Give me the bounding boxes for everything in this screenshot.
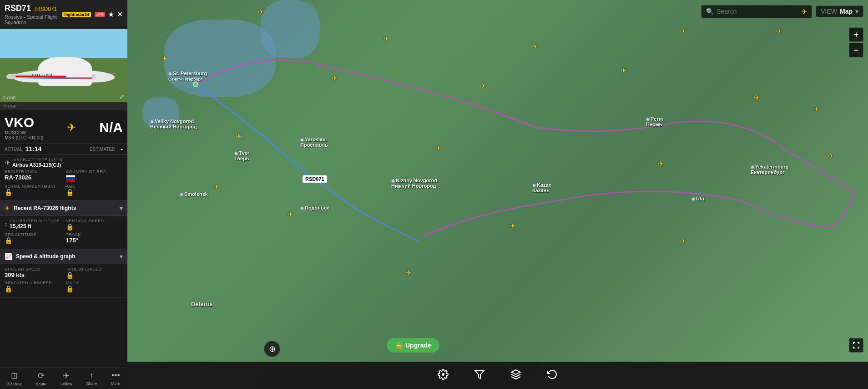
map-plane-20[interactable]: ✈ <box>213 182 219 191</box>
aircraft-type-value: Airbus A319-115(CJ) <box>12 162 62 168</box>
toolbar-layers[interactable] <box>505 369 527 382</box>
header-right: flightradar24 LIVE ★ ✕ <box>62 10 123 19</box>
city-novgorod: Veliky NovgorodВеликий Новгород <box>150 118 197 129</box>
zoom-in-button[interactable]: + <box>849 27 863 42</box>
map-plane-9[interactable]: ✈ <box>236 132 242 140</box>
aircraft-photo: РОССИЯ © OSP ⤢ <box>0 29 127 102</box>
map-plane-19[interactable]: ✈ <box>161 54 167 63</box>
airline-logo-bar: © OSP <box>0 102 127 110</box>
cal-alt-value: 15,425 ft <box>10 223 60 230</box>
registration-label: REGISTRATION <box>5 169 61 174</box>
gs-label: GROUND SPEED <box>5 267 61 271</box>
search-box[interactable]: 🔍 ✈ <box>701 5 812 18</box>
tas-col: TRUE AIRSPEED 🔒 <box>66 267 123 279</box>
toolbar-settings[interactable] <box>432 369 454 382</box>
svg-point-1 <box>442 373 444 376</box>
vert-speed-value: 🔒 <box>66 223 123 230</box>
nav-route[interactable]: ⟳ Route <box>35 371 46 386</box>
map-container[interactable]: St. PetersburgСанкт-Петербург Veliky Nov… <box>127 0 868 389</box>
nav-follow-label: Follow <box>61 382 72 386</box>
recent-flights-header[interactable]: ✈ Recent RA-73026 flights ▾ <box>0 201 127 216</box>
map-plane-5[interactable]: ✈ <box>332 73 338 82</box>
ias-label: INDICATED AIRSPEED <box>5 281 61 285</box>
filter-icon <box>474 369 485 382</box>
nav-3d-icon: ⊡ <box>11 371 18 381</box>
speed-graph-icon: 📈 <box>5 253 12 260</box>
map-plane-2[interactable]: ✈ <box>532 42 538 51</box>
recent-flights-title: Recent RA-73026 flights <box>14 205 116 211</box>
map-plane-13[interactable]: ✈ <box>288 210 293 218</box>
map-plane-8[interactable]: ✈ <box>754 93 760 102</box>
flight-data-section: ↕ CALIBRATED ALTITUDE 15,425 ft VERTICAL… <box>0 216 127 249</box>
toolbar-replay[interactable] <box>541 369 564 382</box>
fullscreen-button[interactable] <box>849 338 863 353</box>
nav-follow-icon: ✈ <box>63 371 70 381</box>
country-flag <box>66 174 123 182</box>
map-plane-6[interactable]: ✈ <box>480 81 486 90</box>
osp-label: © OSP <box>4 104 16 108</box>
nav-more-label: More <box>111 381 121 386</box>
country-label: COUNTRY OF REG. <box>66 169 123 174</box>
svg-marker-2 <box>475 370 484 379</box>
compass-button[interactable]: ⊕ <box>264 341 280 357</box>
nav-more-icon: ••• <box>111 371 120 380</box>
tas-value: 🔒 <box>66 271 123 279</box>
airline-name: Rossiya - Special Flight Squadron <box>5 14 62 25</box>
track-value: 175° <box>66 237 123 244</box>
zoom-out-button[interactable]: − <box>849 43 863 57</box>
destination-code: N/A <box>99 120 123 135</box>
map-plane-14[interactable]: ✈ <box>510 221 515 230</box>
upgrade-button[interactable]: 🔒 Upgrade <box>387 338 439 353</box>
flight-id: RSD71 <box>5 4 31 13</box>
speed-graph-chevron: ▾ <box>120 253 123 260</box>
city-smolensk: Smolensk <box>180 191 208 197</box>
favorite-button[interactable]: ★ <box>108 10 114 19</box>
map-plane-17[interactable]: ✈ <box>813 105 819 113</box>
country-col: COUNTRY OF REG. <box>66 169 123 182</box>
aircraft-type-label: AIRCRAFT TYPE (A319) <box>12 158 62 162</box>
map-plane-3[interactable]: ✈ <box>680 27 686 36</box>
destination-info: N/A <box>99 120 123 135</box>
map-plane-4[interactable]: ✈ <box>776 27 782 36</box>
nav-more[interactable]: ••• More <box>111 371 121 386</box>
close-button[interactable]: ✕ <box>117 10 123 19</box>
map-plane-1[interactable]: ✈ <box>384 35 389 43</box>
time-row: ACTUAL 11:14 ESTIMATED - <box>0 143 127 155</box>
registration-col: REGISTRATION RA-73026 <box>5 169 61 182</box>
view-map-button[interactable]: VIEW Map ▾ <box>816 5 863 17</box>
toolbar-filter[interactable] <box>468 369 491 382</box>
nav-share[interactable]: ↑ Share <box>86 371 97 386</box>
view-chevron-icon: ▾ <box>855 8 858 15</box>
vert-speed-col: VERTICAL SPEED 🔒 <box>66 219 123 230</box>
map-plane-16[interactable]: ✈ <box>406 268 412 276</box>
city-ufa: Ufa <box>691 196 704 201</box>
map-label: Map <box>840 8 853 15</box>
nav-3d-view[interactable]: ⊡ 3D view <box>7 371 21 386</box>
speed-section: GROUND SPEED 309 kts TRUE AIRSPEED 🔒 IND… <box>0 264 127 297</box>
actual-label: ACTUAL <box>5 147 22 152</box>
origin-info: VKO MOSCOW MSK (UTC +03:00) <box>5 115 43 140</box>
map-plane-11[interactable]: ✈ <box>658 159 664 168</box>
nav-follow[interactable]: ✈ Follow <box>61 371 72 386</box>
city-tver: TverТверь <box>234 150 249 161</box>
flight-label-map[interactable]: RSD071 <box>303 175 327 183</box>
photo-credit: © OSP <box>3 96 15 100</box>
photo-expand-button[interactable]: ⤢ <box>119 93 125 100</box>
map-plane-12[interactable]: ✈ <box>828 151 834 160</box>
serial-col: SERIAL NUMBER (MSN) 🔒 <box>5 184 61 196</box>
origin-tz: MSK (UTC +03:00) <box>5 135 43 140</box>
aircraft-type-icon: ✈ <box>5 159 10 167</box>
settings-icon <box>438 369 449 382</box>
speed-graph-header[interactable]: 📈 Speed & altitude graph ▾ <box>0 249 127 264</box>
map-plane-7[interactable]: ✈ <box>621 66 626 74</box>
map-plane-15[interactable]: ✈ <box>680 237 686 246</box>
recent-flights-icon: ✈ <box>5 205 10 212</box>
search-input[interactable] <box>717 8 798 15</box>
upgrade-lock-icon: 🔒 <box>395 342 403 349</box>
route-arrow-icon: ✈ <box>67 121 76 134</box>
map-plane-10[interactable]: ✈ <box>435 143 441 152</box>
city-moscow-area: Подольск <box>300 205 329 210</box>
top-bar: 🔍 ✈ VIEW Map ▾ <box>127 0 868 23</box>
nav-route-label: Route <box>35 382 46 386</box>
city-kazan: KazanКазань <box>532 182 551 193</box>
